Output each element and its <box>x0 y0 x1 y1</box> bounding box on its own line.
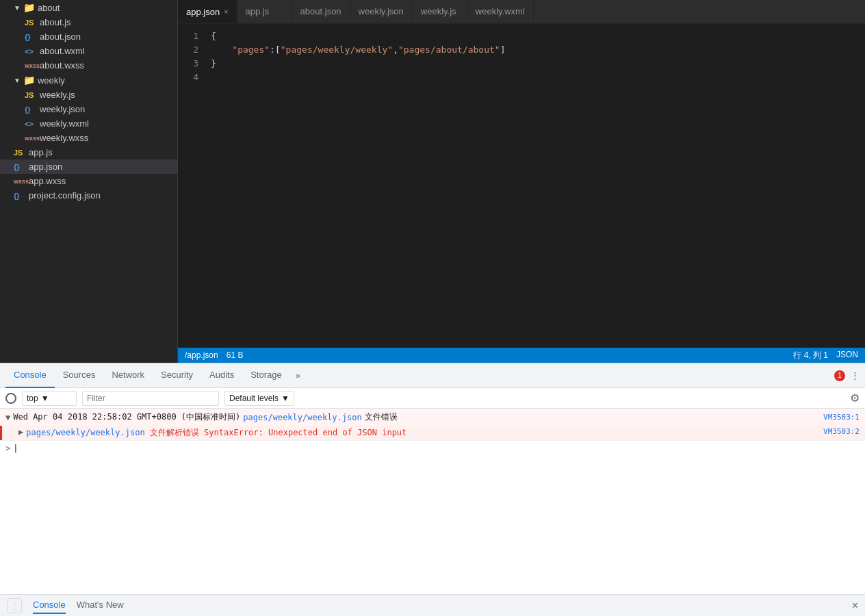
tab-weekly-wxml[interactable]: weekly.wxml <box>467 0 534 23</box>
no-logs-icon <box>5 393 16 404</box>
devtools-tab-console[interactable]: Console <box>5 363 55 388</box>
wxml-icon-weekly: <> <box>25 120 40 128</box>
group-arrow-icon[interactable]: ▼ <box>5 413 10 422</box>
tab-app-json[interactable]: app.json × <box>178 0 237 23</box>
tab-app-js[interactable]: app.js <box>237 0 292 23</box>
devtools-tab-sources[interactable]: Sources <box>55 363 104 388</box>
file-app-js[interactable]: JS app.js <box>0 145 177 159</box>
file-about-json[interactable]: {} about.json <box>0 29 177 44</box>
file-about-wxml[interactable]: <> about.wxml <box>0 44 177 58</box>
file-weekly-json[interactable]: {} weekly.json <box>0 102 177 116</box>
devtools-tab-storage[interactable]: Storage <box>242 363 290 388</box>
filter-input[interactable] <box>82 391 219 406</box>
file-label-about-js: about.js <box>40 17 71 27</box>
file-app-json[interactable]: {} app.json <box>0 159 177 174</box>
folder-name-weekly: weekly <box>38 75 65 86</box>
folder-weekly[interactable]: ▼ 📁 weekly <box>0 73 177 88</box>
wxss-icon-weekly: wxss <box>25 135 40 142</box>
devtools-tab-security[interactable]: Security <box>153 363 201 388</box>
file-label-about-wxml: about.wxml <box>40 46 85 56</box>
folder-about[interactable]: ▼ 📁 about <box>0 0 177 15</box>
levels-select[interactable]: Default levels ▼ <box>224 391 294 406</box>
code-line-3: } <box>211 57 865 70</box>
console-cursor: | <box>13 444 18 453</box>
settings-icon[interactable]: ⚙ <box>850 392 860 405</box>
console-timestamp: Wed Apr 04 2018 22:58:02 GMT+0800 (中国标准时… <box>13 411 240 423</box>
console-vm-link-1[interactable]: VM3503:1 <box>823 413 860 422</box>
tab-close-app-json[interactable]: × <box>224 8 228 16</box>
error-circle-icon: 1 <box>834 370 845 381</box>
close-bottom-bar-button[interactable]: × <box>852 600 858 612</box>
file-label-app-wxss: app.wxss <box>29 176 66 186</box>
error-expand-icon[interactable]: ▶ <box>18 427 23 437</box>
json-icon-weekly: {} <box>25 105 40 114</box>
folder-arrow-about: ▼ <box>14 4 21 12</box>
console-error-row: ▶ pages/weekly/weekly.json 文件解析错误 Syntax… <box>0 426 865 440</box>
code-line-4 <box>211 70 865 84</box>
console-group-header: ▼ Wed Apr 04 2018 22:58:02 GMT+0800 (中国标… <box>0 409 865 426</box>
wxss-icon-app: wxss <box>14 178 29 185</box>
code-content: 1 2 3 4 { "pages":["pages/weekly/weekly"… <box>178 24 865 348</box>
file-about-js[interactable]: JS about.js <box>0 15 177 29</box>
js-icon-weekly: JS <box>25 91 40 99</box>
devtools-tab-security-label: Security <box>161 370 193 380</box>
devtools-tab-sources-label: Sources <box>63 370 96 380</box>
console-group: ▼ Wed Apr 04 2018 22:58:02 GMT+0800 (中国标… <box>0 409 865 441</box>
levels-label: Default levels <box>229 394 279 403</box>
code-line-1: { <box>211 29 865 43</box>
console-msg-label: 文件错误 <box>365 411 398 423</box>
devtools-tab-storage-label: Storage <box>250 370 282 380</box>
folder-arrow-weekly: ▼ <box>14 77 21 84</box>
folder-icon-weekly: 📁 <box>23 75 35 86</box>
tab-about-json[interactable]: about.json <box>292 0 350 23</box>
folder-name-about: about <box>38 3 60 13</box>
code-editor: app.json × app.js about.json weekly.json… <box>178 0 865 363</box>
devtools-tab-audits-label: Audits <box>209 370 234 380</box>
js-icon-app: JS <box>14 149 29 157</box>
devtools-menu-icon[interactable]: ⋮ <box>851 370 860 381</box>
code-lines[interactable]: { "pages":["pages/weekly/weekly","pages/… <box>205 24 865 348</box>
status-size: 61 B <box>227 350 244 360</box>
status-right: 行 4, 列 1 JSON <box>793 350 858 361</box>
bottom-tab-console[interactable]: Console <box>33 597 66 614</box>
bottom-bar-menu-icon[interactable]: ⋮ <box>7 598 22 613</box>
status-position: 行 4, 列 1 <box>793 350 828 361</box>
line-numbers: 1 2 3 4 <box>178 24 205 348</box>
bottom-tab-whats-new-label: What's New <box>77 600 124 610</box>
wxml-icon: <> <box>25 47 40 55</box>
file-label-app-js: app.js <box>29 147 53 157</box>
tab-weekly-js[interactable]: weekly.js <box>413 0 467 23</box>
file-explorer: ▼ 📁 about JS about.js {} about.json <> a… <box>0 0 178 363</box>
status-left: /app.json 61 B <box>185 350 243 360</box>
folder-icon-about: 📁 <box>23 2 35 13</box>
devtools-tab-audits[interactable]: Audits <box>201 363 242 388</box>
devtools-more-tabs[interactable]: » <box>290 370 306 381</box>
console-vm-link-2[interactable]: VM3503:2 <box>823 427 860 436</box>
console-content: ▼ Wed Apr 04 2018 22:58:02 GMT+0800 (中国标… <box>0 409 865 594</box>
context-chevron-icon: ▼ <box>41 394 49 403</box>
console-toolbar: top ▼ Default levels ▼ ⚙ <box>0 388 865 409</box>
status-path: /app.json <box>185 350 218 360</box>
tab-label-weekly-js: weekly.js <box>421 6 456 16</box>
file-about-wxss[interactable]: wxss about.wxss <box>0 58 177 73</box>
file-project-config[interactable]: {} project.config.json <box>0 188 177 203</box>
bottom-tab-whats-new[interactable]: What's New <box>77 597 124 614</box>
error-path: pages/weekly/weekly.json <box>26 428 144 437</box>
file-weekly-wxml[interactable]: <> weekly.wxml <box>0 116 177 131</box>
status-bar: /app.json 61 B 行 4, 列 1 JSON <box>178 348 865 363</box>
devtools-tab-network[interactable]: Network <box>103 363 153 388</box>
console-input-row: > | <box>0 441 865 456</box>
file-label-about-wxss: about.wxss <box>40 60 84 70</box>
file-weekly-js[interactable]: JS weekly.js <box>0 88 177 102</box>
bottom-tab-console-label: Console <box>33 600 66 610</box>
json-icon-app: {} <box>14 163 29 171</box>
file-label-weekly-js: weekly.js <box>40 90 75 100</box>
tab-weekly-json[interactable]: weekly.json <box>350 0 413 23</box>
tab-label-app-js: app.js <box>246 6 270 16</box>
file-app-wxss[interactable]: wxss app.wxss <box>0 174 177 188</box>
tab-bar: app.json × app.js about.json weekly.json… <box>178 0 865 24</box>
context-select[interactable]: top ▼ <box>22 391 77 406</box>
tab-label-weekly-wxml: weekly.wxml <box>476 6 525 16</box>
devtools-tab-console-label: Console <box>14 370 47 380</box>
file-weekly-wxss[interactable]: wxss weekly.wxss <box>0 131 177 145</box>
